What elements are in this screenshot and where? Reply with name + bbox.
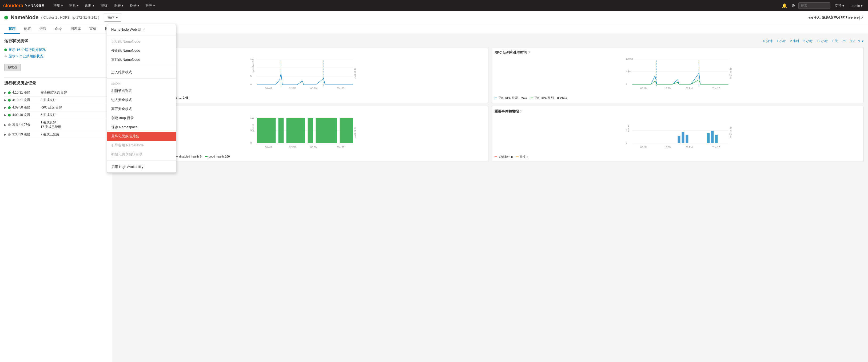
history-desc-3: 5 变成良好 <box>40 113 56 117</box>
dropdown-section-format: 格式化 刷新节点列表 进入安全模式 离开安全模式 创建 /tmp 目录 保存 N… <box>107 79 176 160</box>
legend-warnings-dot <box>516 157 519 157</box>
search-input[interactable] <box>798 2 830 9</box>
dropdown-namenode-webui[interactable]: NameNode Web UI ↗ <box>107 25 176 34</box>
time-next-icon[interactable]: ▶▶ <box>848 16 853 20</box>
dropdown-maintenance[interactable]: 进入维护模式 <box>107 68 176 77</box>
chart-events: 重要事件和警报 ? 5 0 <box>492 106 864 162</box>
nav-right: 🔔 ⚙ 支持 ▾ admin ▾ <box>781 2 865 9</box>
page-title: NameNode <box>11 14 38 21</box>
svg-text:06 AM: 06 AM <box>265 146 272 149</box>
settings-icon[interactable]: ⚙ <box>790 2 796 9</box>
time-filter-30d[interactable]: 30d <box>848 39 857 44</box>
history-item-2[interactable]: ▶ 4:09:50 凌晨 RPC 延迟 良好 <box>4 104 107 111</box>
history-arrow-5: ▶ <box>4 133 6 136</box>
history-dot-3 <box>8 114 11 117</box>
dropdown-safe-mode-leave[interactable]: 离开安全模式 <box>107 104 176 113</box>
history-desc-4: 1 变成良好 17 变成已禁用 <box>40 120 61 129</box>
time-filter-2h[interactable]: 2 小时 <box>788 38 801 44</box>
dropdown-section-links: NameNode Web UI ↗ <box>107 24 176 35</box>
svg-text:06 AM: 06 AM <box>641 146 647 149</box>
history-item-5[interactable]: ▶ 3:38:39 凌晨 7 变成已禁用 <box>4 131 107 138</box>
svg-rect-40 <box>316 118 337 143</box>
actions-button[interactable]: 操作 ▾ <box>104 13 121 22</box>
legend-disabled-health: disabled health 0 <box>175 155 202 158</box>
time-filter-6h[interactable]: 6 小时 <box>802 38 814 44</box>
time-filter-12h[interactable]: 12 小时 <box>815 38 829 44</box>
time-filter-30m[interactable]: 30 分钟 <box>760 38 774 44</box>
nav-host[interactable]: 主机 ▾ <box>66 0 82 11</box>
nav-diagnostics[interactable]: 诊断 ▾ <box>82 0 97 11</box>
svg-text:每 10 分钟: 每 10 分钟 <box>729 127 732 138</box>
dropdown-restart[interactable]: 重启此 NameNode <box>107 55 176 64</box>
nav-cluster[interactable]: 群集 ▾ <box>50 0 66 11</box>
history-section-title: 运行状况历史记录 <box>4 81 107 86</box>
svg-rect-36 <box>257 118 276 143</box>
logo-manager-text: MANAGER <box>25 4 45 7</box>
history-time-4: 凌晨4点07分 <box>12 123 39 127</box>
svg-rect-38 <box>286 118 305 143</box>
svg-text:12 PM: 12 PM <box>664 146 672 149</box>
time-close-icon[interactable]: ✗ <box>861 16 864 20</box>
history-item-4[interactable]: ▶ 凌晨4点07分 1 变成良好 17 变成已禁用 <box>4 119 107 131</box>
history-dot-5 <box>8 133 11 136</box>
dropdown-create-tmp[interactable]: 创建 /tmp 目录 <box>107 113 176 123</box>
actions-arrow-icon: ▾ <box>116 15 118 20</box>
dropdown-start: 启动此 NameNode <box>107 37 176 46</box>
nav-charts[interactable]: 图表 ▾ <box>111 0 126 11</box>
history-item-3[interactable]: ▶ 4:09:40 凌晨 5 变成良好 <box>4 111 107 119</box>
ext-link-icon-0: ↗ <box>143 28 145 31</box>
svg-text:06 PM: 06 PM <box>686 87 693 90</box>
svg-text:0: 0 <box>250 141 252 144</box>
time-end-icon[interactable]: ▶▶| <box>855 16 860 20</box>
health-item-disabled[interactable]: ⊘ 显示 2 个已禁用的状况 <box>4 53 107 60</box>
nav-backup[interactable]: 备份 ▾ <box>126 0 142 11</box>
svg-text:ms: ms <box>627 70 630 73</box>
health-item-good[interactable]: 显示 16 个运行良好状况 <box>4 47 107 53</box>
dropdown-save-namespace[interactable]: 保存 Namespace <box>107 123 176 132</box>
dropdown-stop[interactable]: 停止此 NameNode <box>107 46 176 55</box>
chart-expand-icon[interactable]: ▾ <box>862 39 864 43</box>
history-item-0[interactable]: ▶ 4:10:31 凌晨 安全模式状态 良好 <box>4 89 107 97</box>
chart-rpc-help[interactable]: ? <box>528 51 530 54</box>
legend-warnings: 警报 0 <box>516 155 528 159</box>
svg-rect-39 <box>308 118 313 143</box>
nav-audit[interactable]: 审核 <box>97 0 111 11</box>
chart-events-help[interactable]: ? <box>520 110 522 113</box>
admin-button[interactable]: admin ▾ <box>848 4 865 8</box>
dropdown-refresh-nodes[interactable]: 刷新节点列表 <box>107 86 176 95</box>
time-filter-7d[interactable]: 7d <box>840 39 847 44</box>
tab-status[interactable]: 状态 <box>4 24 20 34</box>
tab-command[interactable]: 命令 <box>51 24 66 34</box>
svg-rect-52 <box>678 136 680 143</box>
tab-process[interactable]: 进程 <box>35 24 51 34</box>
tab-chart-lib[interactable]: 图表库 <box>66 24 85 34</box>
history-list: ▶ 4:10:31 凌晨 安全模式状态 良好 ▶ 4:10:21 凌晨 8 变成… <box>4 89 107 138</box>
time-prev-icon[interactable]: ◀◀ <box>808 16 813 20</box>
svg-text:06 PM: 06 PM <box>310 87 317 90</box>
legend-rpc-process-dot <box>495 98 497 98</box>
dropdown-finalize-upgrade[interactable]: 最终化元数据升级 <box>107 132 176 141</box>
admin-nav-arrow-icon: ▾ <box>153 4 155 7</box>
time-filter-1d[interactable]: 1 天 <box>830 38 839 44</box>
svg-text:5: 5 <box>250 75 252 77</box>
tab-config[interactable]: 配置 <box>20 24 35 34</box>
support-button[interactable]: 支持 ▾ <box>833 3 846 8</box>
svg-text:0: 0 <box>626 141 627 144</box>
dropdown-enable-ha[interactable]: 启用 High Availability <box>107 162 176 171</box>
trigger-button[interactable]: 触发器 <box>4 64 21 71</box>
svg-text:percent: percent <box>252 124 254 132</box>
history-time-5: 3:38:39 凌晨 <box>12 132 39 137</box>
svg-text:100ms: 100ms <box>626 58 633 60</box>
svg-text:Thu 17: Thu 17 <box>712 146 720 149</box>
second-row: NameNode ( Cluster 1 , HDFS , ip-172-31-… <box>0 11 868 24</box>
notification-icon[interactable]: 🔔 <box>781 2 788 9</box>
support-arrow-icon: ▾ <box>842 4 844 8</box>
page-subtitle: ( Cluster 1 , HDFS , ip-172-31-8-141 ) <box>41 15 99 20</box>
time-filter-1h[interactable]: 1 小时 <box>775 38 787 44</box>
dropdown-safe-mode-enter[interactable]: 进入安全模式 <box>107 95 176 104</box>
history-desc-0: 安全模式状态 良好 <box>40 90 67 95</box>
history-item-1[interactable]: ▶ 4:10:21 凌晨 8 变成良好 <box>4 97 107 104</box>
tab-audit[interactable]: 审核 <box>85 24 100 34</box>
chart-edit-icon[interactable]: ✎ <box>858 39 861 43</box>
nav-admin[interactable]: 管理 ▾ <box>142 0 158 11</box>
